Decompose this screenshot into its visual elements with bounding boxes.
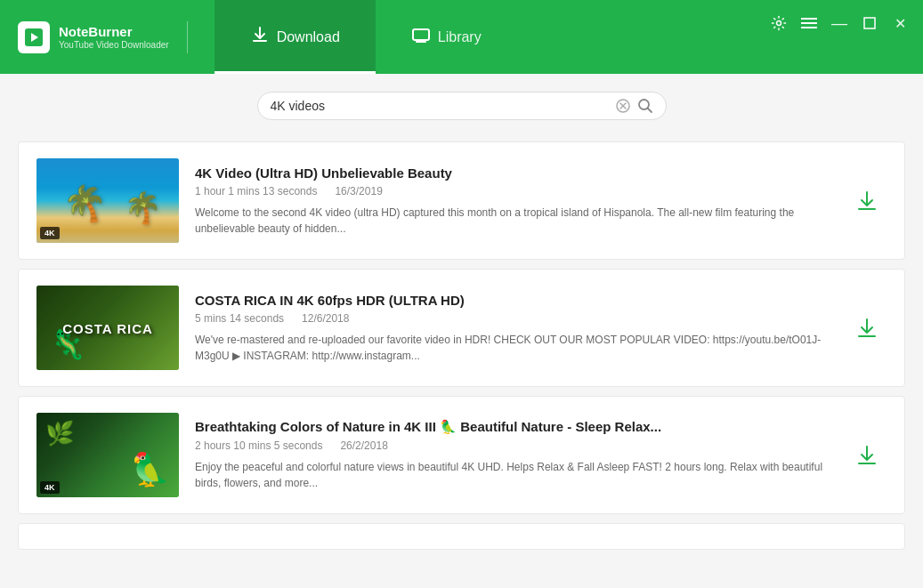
svg-point-6 <box>777 21 781 26</box>
video-desc-1: Welcome to the second 4K video (ultra HD… <box>195 205 831 237</box>
search-input[interactable] <box>271 99 609 113</box>
result-item-2: 🦎 COSTA RICA COSTA RICA IN 4K 60fps HDR … <box>18 269 905 387</box>
thumbnail-2: 🦎 COSTA RICA <box>36 286 179 370</box>
close-button[interactable]: ✕ <box>891 14 909 32</box>
library-tab-icon <box>411 25 431 49</box>
main-content: 🌴 🌴 4K 4K Video (Ultra HD) Unbelievable … <box>0 74 923 588</box>
result-item-3: 🦜 🌿 4K Breathtaking Colors of Nature in … <box>18 396 905 514</box>
logo-area: NoteBurner YouTube Video Downloader <box>18 21 188 53</box>
svg-rect-10 <box>864 18 875 28</box>
tab-download[interactable]: Download <box>215 0 376 74</box>
video-duration-2: 5 mins 14 seconds <box>195 312 284 325</box>
thumbnail-3: 🦜 🌿 4K <box>36 413 179 497</box>
app-name: NoteBurner <box>59 24 169 40</box>
window-controls: — ✕ <box>770 14 909 32</box>
video-meta-1: 1 hour 1 mins 13 seconds 16/3/2019 <box>195 185 831 197</box>
tab-library[interactable]: Library <box>376 0 517 74</box>
thumb-badge-1: 4K <box>40 227 60 239</box>
video-info-1: 4K Video (Ultra HD) Unbelievable Beauty … <box>195 165 831 237</box>
svg-rect-2 <box>253 40 267 42</box>
video-date-1: 16/3/2019 <box>335 185 382 197</box>
app-subtitle: YouTube Video Downloader <box>59 40 169 51</box>
search-button[interactable] <box>637 98 653 114</box>
video-info-2: COSTA RICA IN 4K 60fps HDR (ULTRA HD) 5 … <box>195 293 831 364</box>
video-date-3: 26/2/2018 <box>340 439 387 452</box>
search-clear-button[interactable] <box>616 99 630 113</box>
download-button-2[interactable] <box>847 309 887 348</box>
video-desc-2: We've re-mastered and re-uploaded our fa… <box>195 332 831 364</box>
svg-rect-3 <box>413 29 429 40</box>
video-title-3: Breathtaking Colors of Nature in 4K III … <box>195 419 831 435</box>
tab-library-label: Library <box>438 29 482 45</box>
result-item-partial <box>18 523 905 550</box>
video-duration-1: 1 hour 1 mins 13 seconds <box>195 185 317 197</box>
thumbnail-1: 🌴 🌴 4K <box>36 158 179 243</box>
download-button-3[interactable] <box>847 436 887 475</box>
nav-tabs: Download Library <box>215 0 517 74</box>
logo-icon <box>18 21 50 53</box>
video-info-3: Breathtaking Colors of Nature in 4K III … <box>195 419 831 491</box>
video-meta-2: 5 mins 14 seconds 12/6/2018 <box>195 312 831 325</box>
search-bar <box>257 92 667 120</box>
result-item: 🌴 🌴 4K 4K Video (Ultra HD) Unbelievable … <box>18 141 905 260</box>
thumb-badge-3: 4K <box>40 481 60 494</box>
header: NoteBurner YouTube Video Downloader Down… <box>0 0 923 74</box>
video-desc-3: Enjoy the peaceful and colorful nature v… <box>195 459 831 491</box>
logo-text: NoteBurner YouTube Video Downloader <box>59 24 169 51</box>
video-date-2: 12/6/2018 <box>302 312 349 325</box>
minimize-button[interactable]: — <box>830 14 848 32</box>
restore-button[interactable] <box>861 14 878 32</box>
video-title-1: 4K Video (Ultra HD) Unbelievable Beauty <box>195 165 831 181</box>
results-list: 🌴 🌴 4K 4K Video (Ultra HD) Unbelievable … <box>18 141 905 559</box>
tab-download-label: Download <box>277 29 340 45</box>
video-title-2: COSTA RICA IN 4K 60fps HDR (ULTRA HD) <box>195 293 831 308</box>
download-tab-icon <box>250 25 270 49</box>
video-duration-3: 2 hours 10 mins 5 seconds <box>195 439 322 452</box>
svg-line-15 <box>647 109 652 113</box>
settings-button[interactable] <box>770 14 788 32</box>
search-bar-wrap <box>18 92 905 120</box>
thumb-text-2: COSTA RICA <box>62 320 153 335</box>
menu-button[interactable] <box>800 14 818 32</box>
download-button-1[interactable] <box>847 181 887 221</box>
video-meta-3: 2 hours 10 mins 5 seconds 26/2/2018 <box>195 439 831 452</box>
